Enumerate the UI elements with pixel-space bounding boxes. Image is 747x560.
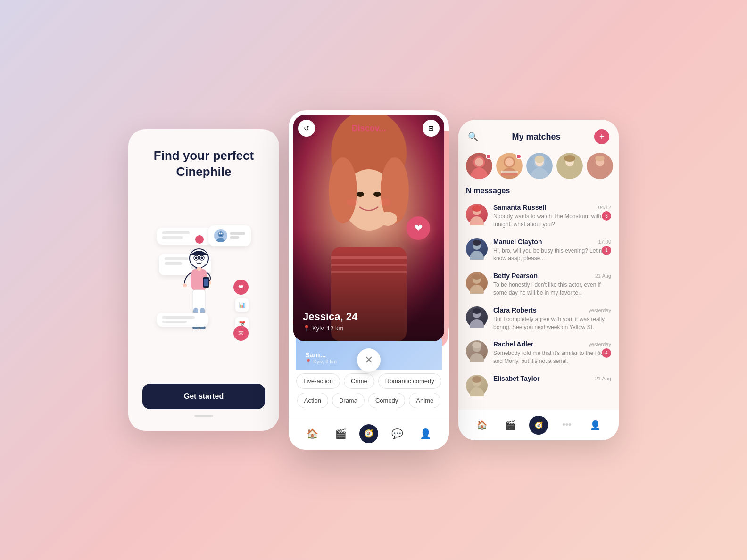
svg-point-42: [505, 158, 514, 166]
back-button[interactable]: ↺: [298, 120, 315, 137]
message-time: 21 Aug: [595, 376, 611, 381]
svg-point-61: [470, 251, 484, 260]
svg-point-52: [564, 155, 575, 162]
messages-bottom-nav: 🏠 🎬 🧭 ••• 👤: [458, 410, 619, 440]
message-preview: Hi, bro, will you be busy this evening? …: [493, 247, 611, 263]
message-top: Manuel Clayton 17:00: [493, 238, 611, 246]
nav-discover[interactable]: 🧭: [529, 416, 548, 435]
add-match-button[interactable]: +: [594, 129, 609, 144]
genre-action[interactable]: Action: [297, 393, 328, 408]
svg-point-54: [591, 168, 608, 179]
phone-discover: ↺ Discov... ⊟: [289, 110, 449, 450]
message-sender-name: Betty Pearson: [493, 272, 538, 280]
avatar-item[interactable]: [587, 153, 613, 179]
phone-messages: 🔍 My matches +: [458, 120, 619, 440]
avatar-circle: [556, 153, 583, 179]
nav-home[interactable]: 🏠: [473, 416, 491, 435]
message-sender-name: Samanta Russell: [493, 204, 546, 211]
genre-romantic-comedy[interactable]: Romantic comedy: [378, 373, 441, 389]
genre-crime[interactable]: Crime: [344, 373, 374, 389]
svg-point-71: [472, 342, 481, 348]
message-time: 17:00: [598, 239, 611, 245]
message-item[interactable]: Clara Roberts yesterday But I completely…: [458, 302, 619, 336]
svg-point-58: [470, 216, 484, 225]
svg-point-74: [472, 376, 481, 383]
nav-movies[interactable]: 🎬: [331, 424, 350, 443]
svg-point-65: [472, 274, 481, 280]
svg-rect-15: [204, 279, 208, 286]
message-sender-name: Manuel Clayton: [493, 238, 542, 246]
avatar-item[interactable]: [466, 153, 492, 179]
message-item[interactable]: Betty Pearson 21 Aug To be honestly I do…: [458, 267, 619, 302]
heart-float-icon: ❤: [233, 280, 249, 295]
nav-discover[interactable]: 🧭: [359, 424, 378, 443]
svg-point-67: [470, 319, 484, 328]
genre-live-action[interactable]: Live-action: [296, 373, 340, 389]
avatar-item[interactable]: [526, 153, 553, 179]
message-avatar: [466, 204, 488, 225]
get-started-button[interactable]: Get started: [142, 384, 265, 409]
nav-movies[interactable]: 🎬: [501, 416, 520, 435]
message-avatar: [466, 238, 488, 260]
message-avatar: [466, 375, 488, 396]
svg-point-0: [218, 231, 224, 237]
chat-bubble-4: [157, 313, 208, 327]
message-preview: Nobody wants to watch The Monstrum with …: [493, 213, 611, 229]
svg-rect-4: [219, 235, 222, 236]
svg-point-56: [595, 156, 605, 161]
svg-rect-21: [197, 267, 201, 271]
genre-comedy[interactable]: Comedy: [368, 393, 405, 408]
message-item[interactable]: Samanta Russell 04/12 Nobody wants to wa…: [458, 199, 619, 233]
avatar-circle: [587, 153, 613, 179]
avatar-photo: [526, 153, 553, 179]
like-button[interactable]: ❤: [407, 216, 430, 240]
card-peek-info: Sam... 📍 Kyiv, 9 km: [305, 351, 337, 365]
avatar-circle: [526, 153, 553, 179]
card-peek-name: Sam...: [305, 351, 337, 359]
messages-header: 🔍 My matches +: [458, 120, 619, 149]
svg-point-7: [201, 256, 203, 259]
unread-badge: 4: [602, 348, 611, 358]
message-content: Manuel Clayton 17:00 Hi, bro, will you b…: [493, 238, 611, 263]
avatar-photo: [556, 153, 583, 179]
nav-chat[interactable]: •••: [557, 416, 576, 435]
phones-container: Find your perfect Cinephile: [128, 110, 619, 450]
avatar-photo: [587, 153, 613, 179]
online-indicator: [486, 154, 491, 159]
message-avatar: [466, 306, 488, 328]
discover-title: Discov...: [352, 124, 386, 133]
nav-profile[interactable]: 👤: [586, 416, 605, 435]
nav-chat[interactable]: 💬: [388, 424, 407, 443]
dislike-button[interactable]: ✕: [357, 348, 381, 372]
card-stack: ❤ Jessica, 24 📍 Kyiv, 12 km Sam... 📍 Kyi: [289, 110, 449, 355]
genre-section: Live-action Crime Romantic comedy Action…: [289, 373, 449, 412]
message-item[interactable]: Manuel Clayton 17:00 Hi, bro, will you b…: [458, 233, 619, 268]
search-icon[interactable]: 🔍: [468, 132, 478, 142]
filter-button[interactable]: ⊟: [423, 120, 440, 137]
matches-avatars-row: [458, 149, 619, 185]
message-top: Elisabet Taylor 21 Aug: [493, 375, 611, 382]
message-time: 04/12: [598, 205, 611, 210]
genre-anime[interactable]: Anime: [409, 393, 440, 408]
nav-home[interactable]: 🏠: [303, 424, 322, 443]
genre-drama[interactable]: Drama: [332, 393, 365, 408]
avatar-item[interactable]: [556, 153, 583, 179]
nav-profile[interactable]: 👤: [416, 424, 435, 443]
card-location: 📍 Kyiv, 12 km: [303, 325, 357, 332]
svg-point-48: [535, 156, 544, 163]
message-content: Clara Roberts yesterday But I completely…: [493, 306, 611, 331]
messages-list: Samanta Russell 04/12 Nobody wants to wa…: [458, 199, 619, 410]
message-top: Rachel Adler yesterday: [493, 340, 611, 348]
card-info: Jessica, 24 📍 Kyiv, 12 km: [303, 311, 357, 332]
message-content: Elisabet Taylor 21 Aug: [493, 375, 611, 384]
svg-point-46: [531, 168, 548, 179]
avatar-item[interactable]: [496, 153, 523, 179]
message-item[interactable]: Rachel Adler yesterday Somebody told me …: [458, 336, 619, 370]
message-time: yesterday: [589, 341, 611, 347]
message-item[interactable]: Elisabet Taylor 21 Aug: [458, 370, 619, 401]
message-preview: To be honestly I don't like this actor, …: [493, 281, 611, 297]
card-front[interactable]: ❤ Jessica, 24 📍 Kyiv, 12 km: [293, 115, 444, 341]
svg-point-68: [473, 308, 481, 314]
svg-point-62: [473, 240, 481, 246]
message-top: Betty Pearson 21 Aug: [493, 272, 611, 280]
